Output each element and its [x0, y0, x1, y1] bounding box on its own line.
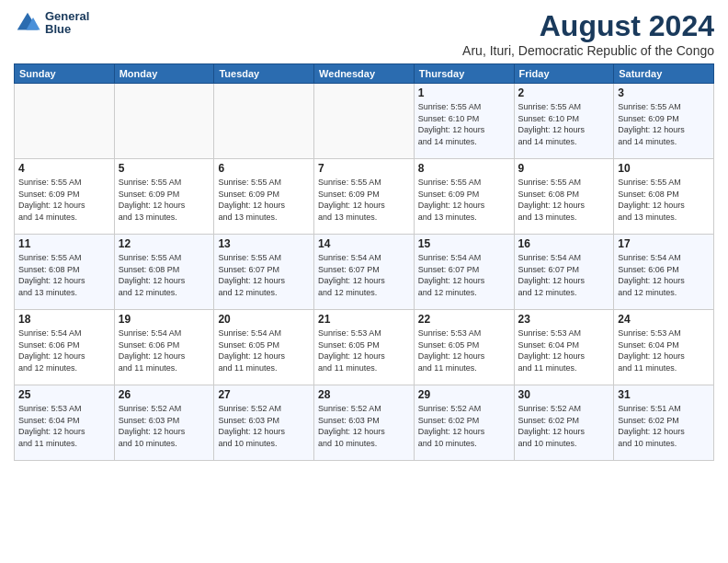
day-number: 30 — [518, 388, 610, 401]
weekday-header-row: Sunday Monday Tuesday Wednesday Thursday… — [15, 64, 714, 84]
calendar-cell-4-5: 30Sunrise: 5:52 AM Sunset: 6:02 PM Dayli… — [514, 385, 614, 461]
logo-line2: Blue — [45, 23, 89, 36]
calendar-cell-4-4: 29Sunrise: 5:52 AM Sunset: 6:02 PM Dayli… — [414, 385, 514, 461]
day-info: Sunrise: 5:54 AM Sunset: 6:06 PM Dayligh… — [18, 327, 110, 373]
calendar-cell-0-2 — [214, 84, 314, 159]
header-saturday: Saturday — [614, 64, 714, 84]
title-area: August 2024 Aru, Ituri, Democratic Repub… — [462, 9, 714, 58]
day-number: 7 — [318, 162, 410, 175]
day-info: Sunrise: 5:55 AM Sunset: 6:07 PM Dayligh… — [218, 252, 310, 298]
day-number: 19 — [119, 313, 210, 326]
calendar-cell-2-3: 14Sunrise: 5:54 AM Sunset: 6:07 PM Dayli… — [314, 235, 415, 310]
day-number: 3 — [618, 86, 710, 99]
logo-line1: General — [45, 10, 89, 23]
day-info: Sunrise: 5:54 AM Sunset: 6:06 PM Dayligh… — [618, 252, 710, 298]
header-thursday: Thursday — [414, 64, 514, 84]
day-number: 29 — [418, 388, 510, 401]
header-monday: Monday — [114, 64, 214, 84]
day-number: 22 — [418, 313, 510, 326]
day-number: 26 — [119, 388, 210, 401]
day-info: Sunrise: 5:53 AM Sunset: 6:05 PM Dayligh… — [418, 327, 510, 373]
day-info: Sunrise: 5:52 AM Sunset: 6:03 PM Dayligh… — [119, 403, 210, 449]
calendar-cell-1-5: 9Sunrise: 5:55 AM Sunset: 6:08 PM Daylig… — [514, 159, 614, 235]
calendar-cell-1-2: 6Sunrise: 5:55 AM Sunset: 6:09 PM Daylig… — [214, 159, 314, 235]
day-number: 17 — [618, 237, 710, 250]
calendar-cell-0-5: 2Sunrise: 5:55 AM Sunset: 6:10 PM Daylig… — [514, 84, 614, 159]
calendar-cell-2-0: 11Sunrise: 5:55 AM Sunset: 6:08 PM Dayli… — [15, 235, 115, 310]
calendar: Sunday Monday Tuesday Wednesday Thursday… — [14, 63, 714, 461]
subtitle: Aru, Ituri, Democratic Republic of the C… — [462, 43, 714, 58]
logo-text: General Blue — [45, 10, 89, 37]
day-number: 8 — [418, 162, 510, 175]
day-info: Sunrise: 5:55 AM Sunset: 6:09 PM Dayligh… — [318, 177, 410, 223]
day-info: Sunrise: 5:54 AM Sunset: 6:05 PM Dayligh… — [218, 327, 310, 373]
day-info: Sunrise: 5:51 AM Sunset: 6:02 PM Dayligh… — [618, 403, 710, 449]
day-info: Sunrise: 5:54 AM Sunset: 6:07 PM Dayligh… — [518, 252, 610, 298]
day-info: Sunrise: 5:54 AM Sunset: 6:07 PM Dayligh… — [418, 252, 510, 298]
day-info: Sunrise: 5:55 AM Sunset: 6:08 PM Dayligh… — [518, 177, 610, 223]
day-number: 2 — [518, 86, 610, 99]
day-number: 25 — [18, 388, 110, 401]
calendar-cell-2-1: 12Sunrise: 5:55 AM Sunset: 6:08 PM Dayli… — [114, 235, 214, 310]
day-number: 1 — [418, 86, 510, 99]
day-number: 24 — [618, 313, 710, 326]
day-info: Sunrise: 5:52 AM Sunset: 6:03 PM Dayligh… — [318, 403, 410, 449]
day-number: 28 — [318, 388, 410, 401]
calendar-cell-0-6: 3Sunrise: 5:55 AM Sunset: 6:09 PM Daylig… — [614, 84, 714, 159]
day-number: 18 — [18, 313, 110, 326]
week-row-4: 18Sunrise: 5:54 AM Sunset: 6:06 PM Dayli… — [15, 310, 714, 385]
day-info: Sunrise: 5:54 AM Sunset: 6:07 PM Dayligh… — [318, 252, 410, 298]
calendar-cell-0-3 — [314, 84, 415, 159]
week-row-5: 25Sunrise: 5:53 AM Sunset: 6:04 PM Dayli… — [15, 385, 714, 461]
calendar-cell-3-1: 19Sunrise: 5:54 AM Sunset: 6:06 PM Dayli… — [114, 310, 214, 385]
calendar-cell-1-0: 4Sunrise: 5:55 AM Sunset: 6:09 PM Daylig… — [15, 159, 115, 235]
day-info: Sunrise: 5:55 AM Sunset: 6:09 PM Dayligh… — [218, 177, 310, 223]
calendar-cell-2-5: 16Sunrise: 5:54 AM Sunset: 6:07 PM Dayli… — [514, 235, 614, 310]
calendar-cell-3-3: 21Sunrise: 5:53 AM Sunset: 6:05 PM Dayli… — [314, 310, 415, 385]
day-info: Sunrise: 5:53 AM Sunset: 6:04 PM Dayligh… — [18, 403, 110, 449]
day-number: 21 — [318, 313, 410, 326]
week-row-2: 4Sunrise: 5:55 AM Sunset: 6:09 PM Daylig… — [15, 159, 714, 235]
day-number: 5 — [119, 162, 210, 175]
header-tuesday: Tuesday — [214, 64, 314, 84]
calendar-cell-4-0: 25Sunrise: 5:53 AM Sunset: 6:04 PM Dayli… — [15, 385, 115, 461]
day-info: Sunrise: 5:55 AM Sunset: 6:10 PM Dayligh… — [518, 101, 610, 147]
header-sunday: Sunday — [15, 64, 115, 84]
day-number: 9 — [518, 162, 610, 175]
calendar-cell-4-2: 27Sunrise: 5:52 AM Sunset: 6:03 PM Dayli… — [214, 385, 314, 461]
week-row-1: 1Sunrise: 5:55 AM Sunset: 6:10 PM Daylig… — [15, 84, 714, 159]
header: General Blue August 2024 Aru, Ituri, Dem… — [14, 9, 714, 58]
day-info: Sunrise: 5:55 AM Sunset: 6:08 PM Dayligh… — [18, 252, 110, 298]
day-number: 14 — [318, 237, 410, 250]
day-number: 15 — [418, 237, 510, 250]
calendar-cell-1-1: 5Sunrise: 5:55 AM Sunset: 6:09 PM Daylig… — [114, 159, 214, 235]
calendar-cell-1-4: 8Sunrise: 5:55 AM Sunset: 6:09 PM Daylig… — [414, 159, 514, 235]
logo-icon — [14, 9, 41, 37]
day-info: Sunrise: 5:55 AM Sunset: 6:09 PM Dayligh… — [119, 177, 210, 223]
day-number: 16 — [518, 237, 610, 250]
calendar-cell-3-6: 24Sunrise: 5:53 AM Sunset: 6:04 PM Dayli… — [614, 310, 714, 385]
day-number: 4 — [18, 162, 110, 175]
calendar-cell-1-3: 7Sunrise: 5:55 AM Sunset: 6:09 PM Daylig… — [314, 159, 415, 235]
calendar-cell-3-5: 23Sunrise: 5:53 AM Sunset: 6:04 PM Dayli… — [514, 310, 614, 385]
day-number: 11 — [18, 237, 110, 250]
day-number: 23 — [518, 313, 610, 326]
day-number: 10 — [618, 162, 710, 175]
day-number: 12 — [119, 237, 210, 250]
calendar-cell-4-3: 28Sunrise: 5:52 AM Sunset: 6:03 PM Dayli… — [314, 385, 415, 461]
day-number: 27 — [218, 388, 310, 401]
day-info: Sunrise: 5:53 AM Sunset: 6:04 PM Dayligh… — [518, 327, 610, 373]
day-info: Sunrise: 5:55 AM Sunset: 6:10 PM Dayligh… — [418, 101, 510, 147]
day-info: Sunrise: 5:52 AM Sunset: 6:02 PM Dayligh… — [418, 403, 510, 449]
header-friday: Friday — [514, 64, 614, 84]
calendar-cell-0-1 — [114, 84, 214, 159]
day-info: Sunrise: 5:55 AM Sunset: 6:08 PM Dayligh… — [119, 252, 210, 298]
week-row-3: 11Sunrise: 5:55 AM Sunset: 6:08 PM Dayli… — [15, 235, 714, 310]
day-info: Sunrise: 5:52 AM Sunset: 6:02 PM Dayligh… — [518, 403, 610, 449]
calendar-cell-0-4: 1Sunrise: 5:55 AM Sunset: 6:10 PM Daylig… — [414, 84, 514, 159]
day-number: 20 — [218, 313, 310, 326]
day-info: Sunrise: 5:55 AM Sunset: 6:09 PM Dayligh… — [618, 101, 710, 147]
day-info: Sunrise: 5:54 AM Sunset: 6:06 PM Dayligh… — [119, 327, 210, 373]
day-number: 13 — [218, 237, 310, 250]
calendar-cell-2-4: 15Sunrise: 5:54 AM Sunset: 6:07 PM Dayli… — [414, 235, 514, 310]
